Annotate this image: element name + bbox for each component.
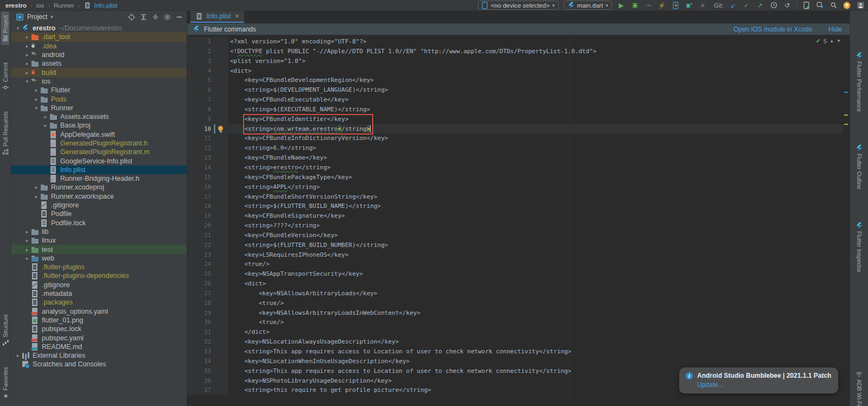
tree-item--dart-tool[interactable]: ▸.dart_tool bbox=[11, 33, 187, 41]
chevron-right-icon[interactable]: ▸ bbox=[42, 123, 49, 128]
tree-item-base-lproj[interactable]: ▸Base.lproj bbox=[11, 121, 187, 130]
line-number[interactable]: 34 bbox=[187, 357, 229, 366]
avatar-icon[interactable] bbox=[856, 1, 865, 10]
line-number[interactable]: 28 bbox=[187, 299, 229, 308]
line-number[interactable]: 25 bbox=[187, 269, 229, 279]
line-number[interactable]: 30 bbox=[187, 318, 229, 327]
breadcrumb-item[interactable]: ios bbox=[36, 2, 44, 9]
tree-item-appdelegate-swift[interactable]: AppDelegate.swift bbox=[11, 130, 187, 139]
code-line-3[interactable]: 3<plist version="1.0"> bbox=[187, 56, 843, 66]
line-number[interactable]: 3 bbox=[187, 56, 229, 66]
tree-item-runner[interactable]: ▾Runner bbox=[11, 104, 187, 112]
code-line-1[interactable]: 1<?xml version="1.0" encoding="UTF-8"?> bbox=[187, 37, 843, 47]
run-icon[interactable]: ▶ bbox=[617, 1, 626, 10]
tree-item-podfile[interactable]: Podfile bbox=[11, 210, 187, 218]
tree-item-googleservice-info-plist[interactable]: GoogleService-Info.plist bbox=[11, 156, 187, 165]
stripe-mark[interactable] bbox=[844, 124, 848, 125]
chevron-down-icon[interactable]: ▾ bbox=[33, 105, 40, 111]
chevron-right-icon[interactable]: ▸ bbox=[33, 194, 40, 199]
tree-item--metadata[interactable]: .metadata bbox=[11, 289, 187, 298]
profile-icon[interactable] bbox=[644, 1, 653, 10]
tree-item-runner-xcworkspace[interactable]: ▸Runner.xcworkspace bbox=[11, 192, 187, 201]
tree-item-pubspec-yaml[interactable]: pubspec.yaml bbox=[11, 333, 187, 342]
chevron-right-icon[interactable]: ▸ bbox=[23, 238, 31, 243]
settings-icon[interactable] bbox=[163, 12, 171, 21]
line-number[interactable]: 12 bbox=[187, 143, 229, 153]
code-line-25[interactable]: 25 <key>NSAppTransportSecurity</key> bbox=[187, 269, 843, 279]
code-line-33[interactable]: 33 <string>This app requires access to L… bbox=[187, 347, 843, 357]
code-line-31[interactable]: 31 </dict> bbox=[187, 327, 843, 337]
stripe-mark[interactable] bbox=[844, 115, 848, 116]
line-number[interactable]: 13 bbox=[187, 153, 229, 163]
code-line-14[interactable]: 14 <string>erestro</string> bbox=[187, 163, 843, 173]
chevron-right-icon[interactable]: ▸ bbox=[23, 247, 31, 252]
chevron-right-icon[interactable]: ▸ bbox=[23, 34, 31, 40]
line-number[interactable]: 8 bbox=[187, 105, 229, 115]
tree-item-analysis-options-yaml[interactable]: analysis_options.yaml bbox=[11, 307, 187, 316]
code-line-4[interactable]: 4<dict> bbox=[187, 66, 843, 76]
history-icon[interactable] bbox=[769, 1, 778, 10]
tree-item-ios[interactable]: ▾ios bbox=[11, 77, 187, 86]
tree-item-web[interactable]: ▸web bbox=[11, 254, 187, 263]
code-line-8[interactable]: 8 <string>$(EXECUTABLE_NAME)</string> bbox=[187, 105, 843, 115]
tool-window-tab-favorites[interactable]: ★Favorites bbox=[1, 364, 9, 403]
line-number[interactable]: 10 bbox=[187, 124, 229, 134]
line-number[interactable]: 31 bbox=[187, 327, 229, 337]
code-line-20[interactable]: 20 <string>????</string> bbox=[187, 221, 843, 231]
line-number[interactable]: 5 bbox=[187, 75, 229, 85]
git-push-icon[interactable]: ↗ bbox=[756, 1, 764, 10]
stripe-mark[interactable] bbox=[844, 92, 848, 93]
code-line-24[interactable]: 24 <true/> bbox=[187, 259, 843, 269]
chevron-right-icon[interactable]: ▸ bbox=[33, 87, 40, 93]
chevron-down-icon[interactable]: ▾ bbox=[14, 26, 22, 31]
tree-item-assets-xcassets[interactable]: ▸Assets.xcassets bbox=[11, 112, 187, 121]
chevron-right-icon[interactable]: ▸ bbox=[23, 43, 31, 49]
code-line-9[interactable]: 9 <key>CFBundleIdentifier</key> bbox=[187, 115, 843, 124]
line-number[interactable]: 14 bbox=[187, 163, 229, 173]
update-notification[interactable]: i Android Studio Bumblebee | 2021.1.1 Pa… bbox=[679, 367, 838, 394]
line-number[interactable]: 17 bbox=[187, 192, 229, 202]
tree-item-flutter[interactable]: ▸Flutter bbox=[11, 86, 187, 94]
sdk-manager-icon[interactable] bbox=[815, 1, 824, 10]
code-line-21[interactable]: 21 <key>CFBundleVersion</key> bbox=[187, 231, 843, 240]
line-number[interactable]: 35 bbox=[187, 366, 229, 376]
line-number[interactable]: 33 bbox=[187, 347, 229, 357]
code-line-17[interactable]: 17 <key>CFBundleShortVersionString</key> bbox=[187, 192, 843, 202]
line-number[interactable]: 16 bbox=[187, 182, 229, 192]
tree-item-android[interactable]: ▸android bbox=[11, 50, 187, 59]
tree-item--flutter-plugins[interactable]: .flutter-plugins bbox=[11, 263, 187, 271]
project-panel-title[interactable]: Project▾ bbox=[27, 13, 53, 21]
tree-item-readme-md[interactable]: README.md bbox=[11, 342, 187, 351]
line-number[interactable]: 7 bbox=[187, 95, 229, 105]
code-line-12[interactable]: 12 <string>6.0</string> bbox=[187, 143, 843, 153]
code-line-18[interactable]: 18 <string>$(FLUTTER_BUILD_NAME)</string… bbox=[187, 201, 843, 211]
code-line-16[interactable]: 16 <string>APPL</string> bbox=[187, 182, 843, 192]
tool-window-tab-flutter-inspector[interactable]: Flutter Inspector bbox=[855, 219, 863, 276]
git-commit-icon[interactable]: ✓ bbox=[742, 1, 751, 10]
line-number[interactable]: 36 bbox=[187, 376, 229, 386]
code-line-23[interactable]: 23 <key>LSRequiresIPhoneOS</key> bbox=[187, 250, 843, 260]
code-line-10[interactable]: 10 <string>com.wrteam.erestro</string> bbox=[187, 124, 843, 134]
rollback-icon[interactable]: ↺ bbox=[783, 1, 792, 10]
chevron-right-icon[interactable]: ▸ bbox=[14, 353, 22, 358]
code-line-29[interactable]: 29 <key>NSAllowsArbitraryLoadsInWebConte… bbox=[187, 308, 843, 318]
tree-item--gitignore[interactable]: .gitignore bbox=[11, 281, 187, 289]
tab-info-plist[interactable]: Info.plist × bbox=[190, 11, 244, 23]
run-config-selector[interactable]: main.dart▾ bbox=[564, 1, 612, 10]
breadcrumb-item[interactable]: Runner bbox=[54, 2, 74, 9]
hot-reload-icon[interactable] bbox=[671, 1, 680, 10]
tree-item-pubspec-lock[interactable]: pubspec.lock bbox=[11, 325, 187, 333]
hide-panel-icon[interactable] bbox=[175, 12, 183, 21]
breadcrumb-item[interactable]: Info.plist bbox=[84, 2, 117, 9]
error-stripe[interactable] bbox=[843, 35, 850, 406]
tree-item-lib[interactable]: ▸lib bbox=[11, 227, 187, 236]
intention-bulb-icon[interactable] bbox=[218, 126, 223, 131]
chevron-right-icon[interactable]: ▸ bbox=[23, 70, 31, 75]
chevron-right-icon[interactable]: ▸ bbox=[33, 185, 40, 190]
hide-banner-link[interactable]: Hide bbox=[828, 26, 842, 33]
code-line-27[interactable]: 27 <key>NSAllowsArbitraryLoads</key> bbox=[187, 289, 843, 299]
update-link[interactable]: Update... bbox=[697, 381, 832, 389]
tree-item-generatedpluginregistrant-m[interactable]: GeneratedPluginRegistrant.m bbox=[11, 148, 187, 156]
chevron-right-icon[interactable]: ▸ bbox=[23, 256, 31, 261]
next-problem-icon[interactable]: ▼ bbox=[837, 39, 841, 43]
